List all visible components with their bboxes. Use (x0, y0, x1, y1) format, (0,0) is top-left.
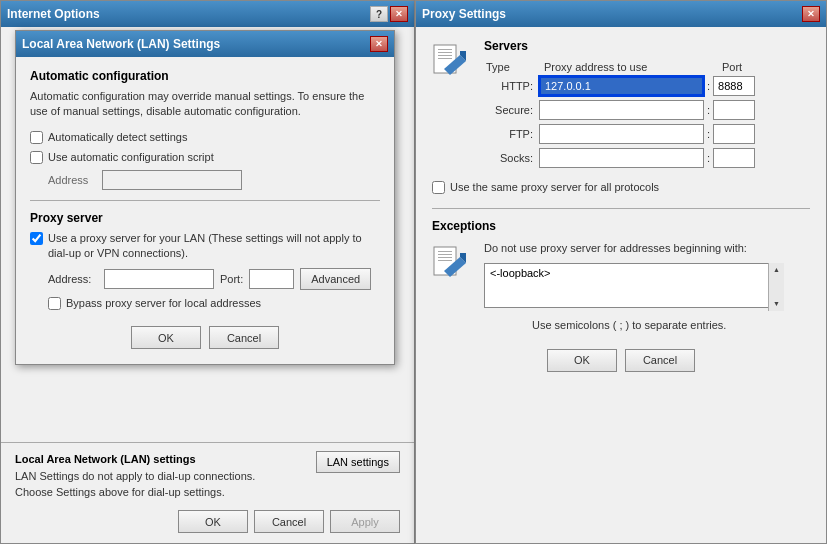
servers-icon (432, 41, 476, 84)
socks-address-input[interactable] (539, 148, 704, 168)
exceptions-input-container: <-loopback> ▲ ▼ (484, 263, 784, 311)
exceptions-content: Do not use proxy server for addresses be… (432, 241, 810, 330)
socks-colon: : (704, 152, 713, 164)
ftp-row: FTP: : (484, 124, 810, 144)
semicolon-note: Use semicolons ( ; ) to separate entries… (532, 319, 810, 331)
svg-rect-11 (438, 260, 452, 261)
lan-dialog-buttons: OK Cancel (30, 326, 380, 349)
proxy-address-label: Address: (48, 273, 98, 285)
use-proxy-row: Use a proxy server for your LAN (These s… (30, 231, 380, 260)
secure-address-input[interactable] (539, 100, 704, 120)
ftp-address-input[interactable] (539, 124, 704, 144)
scroll-down-arrow[interactable]: ▼ (773, 297, 780, 311)
exceptions-right: Do not use proxy server for addresses be… (484, 241, 810, 330)
auto-config-address-input[interactable] (102, 170, 242, 190)
svg-rect-9 (438, 254, 452, 255)
proxy-settings-close-button[interactable]: ✕ (802, 6, 820, 22)
proxy-settings-content: Servers Type Proxy address to use Port H… (416, 27, 826, 384)
col-type-header: Type (486, 61, 544, 73)
use-proxy-checkbox[interactable] (30, 232, 43, 245)
ps-cancel-button[interactable]: Cancel (625, 349, 695, 372)
secure-row: Secure: : (484, 100, 810, 120)
lan-dialog-titlebar: Local Area Network (LAN) Settings ✕ (16, 31, 394, 57)
socks-row: Socks: : (484, 148, 810, 168)
io-bottom-desc2: Choose Settings above for dial-up settin… (15, 485, 255, 500)
bypass-proxy-row: Bypass proxy server for local addresses (48, 296, 380, 310)
auto-config-title: Automatic configuration (30, 69, 380, 83)
lan-ok-button[interactable]: OK (131, 326, 201, 349)
svg-rect-3 (438, 55, 452, 56)
io-bottom-desc1: LAN Settings do not apply to dial-up con… (15, 469, 255, 484)
detect-settings-label: Automatically detect settings (48, 130, 187, 144)
lan-dialog-title: Local Area Network (LAN) Settings (22, 37, 220, 51)
ftp-label: FTP: (484, 128, 539, 140)
proxy-address-input[interactable] (104, 269, 214, 289)
col-address-header: Proxy address to use (544, 61, 722, 73)
proxy-port-label: Port: (220, 273, 243, 285)
titlebar-buttons: ? ✕ (370, 6, 408, 22)
close-button[interactable]: ✕ (390, 6, 408, 22)
secure-colon: : (704, 104, 713, 116)
http-row: HTTP: : (484, 76, 810, 96)
svg-rect-10 (438, 257, 452, 258)
auto-script-checkbox[interactable] (30, 151, 43, 164)
socks-label: Socks: (484, 152, 539, 164)
auto-config-address-row: Address (48, 170, 380, 190)
http-address-input[interactable] (539, 76, 704, 96)
internet-options-titlebar: Internet Options ? ✕ (1, 1, 414, 27)
divider (30, 200, 380, 201)
proxy-settings-window: Proxy Settings ✕ Servers (415, 0, 827, 544)
exceptions-icon (432, 243, 476, 286)
servers-header: Type Proxy address to use Port (484, 61, 810, 73)
col-port-header: Port (722, 61, 742, 73)
auto-config-address-label: Address (48, 174, 96, 186)
same-proxy-label: Use the same proxy server for all protoc… (450, 180, 659, 194)
exceptions-title: Exceptions (432, 219, 810, 233)
lan-settings-button[interactable]: LAN settings (316, 451, 400, 473)
scroll-up-arrow[interactable]: ▲ (773, 263, 780, 277)
auto-config-desc: Automatic configuration may override man… (30, 89, 380, 120)
ftp-port-input[interactable] (713, 124, 755, 144)
svg-rect-1 (438, 49, 452, 50)
secure-label: Secure: (484, 104, 539, 116)
same-proxy-checkbox[interactable] (432, 181, 445, 194)
io-bottom-title: Local Area Network (LAN) settings (15, 453, 255, 465)
io-bottom-buttons: OK Cancel Apply (15, 510, 400, 533)
http-colon: : (704, 80, 713, 92)
svg-rect-4 (438, 58, 452, 59)
auto-script-label: Use automatic configuration script (48, 150, 214, 164)
svg-rect-2 (438, 52, 452, 53)
io-bottom-section: Local Area Network (LAN) settings LAN Se… (1, 442, 414, 543)
ps-ok-button[interactable]: OK (547, 349, 617, 372)
lan-dialog: Local Area Network (LAN) Settings ✕ Auto… (15, 30, 395, 365)
socks-port-input[interactable] (713, 148, 755, 168)
advanced-button[interactable]: Advanced (300, 268, 371, 290)
http-port-input[interactable] (713, 76, 755, 96)
proxy-settings-title: Proxy Settings (422, 7, 506, 21)
io-cancel-button[interactable]: Cancel (254, 510, 324, 533)
use-proxy-label: Use a proxy server for your LAN (These s… (48, 231, 380, 260)
auto-script-row: Use automatic configuration script (30, 150, 380, 164)
proxy-port-input[interactable] (249, 269, 294, 289)
lan-close-button[interactable]: ✕ (370, 36, 388, 52)
exceptions-scrollbar[interactable]: ▲ ▼ (768, 263, 784, 311)
servers-section: Servers Type Proxy address to use Port H… (484, 39, 810, 172)
exceptions-section: Exceptions Do not use proxy server (432, 208, 810, 330)
lan-dialog-body: Automatic configuration Automatic config… (16, 57, 394, 361)
same-proxy-row: Use the same proxy server for all protoc… (432, 180, 810, 194)
proxy-settings-titlebar: Proxy Settings ✕ (416, 1, 826, 27)
secure-port-input[interactable] (713, 100, 755, 120)
bypass-proxy-label: Bypass proxy server for local addresses (66, 296, 261, 310)
help-button[interactable]: ? (370, 6, 388, 22)
ftp-colon: : (704, 128, 713, 140)
proxy-server-title: Proxy server (30, 211, 380, 225)
lan-cancel-button[interactable]: Cancel (209, 326, 279, 349)
svg-rect-8 (438, 251, 452, 252)
io-apply-button[interactable]: Apply (330, 510, 400, 533)
internet-options-title: Internet Options (7, 7, 100, 21)
io-ok-button[interactable]: OK (178, 510, 248, 533)
detect-settings-checkbox[interactable] (30, 131, 43, 144)
bypass-proxy-checkbox[interactable] (48, 297, 61, 310)
exceptions-textarea[interactable]: <-loopback> (484, 263, 784, 308)
servers-title: Servers (484, 39, 810, 53)
